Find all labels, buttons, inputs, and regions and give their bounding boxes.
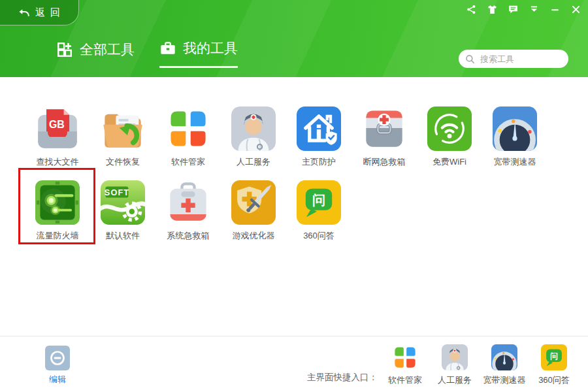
app-window: 返回 全部工具 我的工具 查找大 (0, 0, 588, 392)
tool-manual-service[interactable]: 人工服务 (221, 106, 286, 168)
folder-restore-arrow-icon (101, 106, 145, 151)
shortcut-broadband-speedtest[interactable]: 宽带测速器 (480, 344, 529, 386)
tshirt-theme-icon[interactable] (487, 4, 498, 15)
tool-label: 宽带测速器 (494, 156, 536, 168)
back-button-label: 返回 (35, 7, 65, 19)
tool-label: 流量防火墙 (37, 230, 79, 242)
edit-label: 编辑 (49, 374, 66, 385)
gb-page-drawer-icon (35, 106, 80, 151)
tool-label: 免费WiFi (433, 156, 466, 168)
tool-file-recovery[interactable]: 文件恢复 (90, 106, 155, 168)
quick-entry-label: 主界面快捷入口： (307, 372, 378, 384)
tool-label: 系统急救箱 (167, 230, 210, 242)
search-icon (465, 54, 475, 64)
feedback-message-icon[interactable] (508, 4, 519, 15)
shortcut-manual-service[interactable]: 人工服务 (430, 344, 480, 386)
tool-label: 主页防护 (302, 156, 336, 168)
edit-button[interactable]: 编辑 (45, 346, 70, 385)
speedometer-gauge-icon (493, 106, 537, 151)
shortcut-label: 360问答 (538, 374, 570, 386)
shortcut-360-qa[interactable]: 360问答 (529, 344, 579, 386)
tool-label: 默认软件 (106, 230, 140, 242)
tab-bar: 全部工具 我的工具 (56, 39, 238, 68)
close-icon[interactable] (570, 4, 581, 15)
minimize-icon[interactable] (549, 4, 561, 15)
question-bubble-icon (297, 180, 341, 225)
tool-broadband-speedtest[interactable]: 宽带测速器 (482, 106, 547, 168)
share-icon[interactable] (466, 4, 477, 15)
speedometer-gauge-icon (491, 344, 517, 370)
shortcut-software-manager[interactable]: 软件管家 (380, 344, 430, 386)
tool-360-qa[interactable]: 360问答 (286, 180, 351, 242)
quick-entry-group: 主界面快捷入口： 软件管家 人工服务 宽带测速器 360问答 (307, 344, 579, 386)
question-bubble-icon (541, 344, 567, 370)
doctor-avatar-icon (231, 106, 276, 151)
header-bar: 返回 全部工具 我的工具 (0, 0, 588, 77)
firstaid-case-red-stripe-icon (166, 180, 210, 225)
four-petal-pinwheel-icon (392, 344, 418, 370)
footer-bar: 编辑 主界面快捷入口： 软件管家 人工服务 宽带测速器 360问答 (0, 336, 588, 392)
tool-label: 断网急救箱 (363, 156, 406, 168)
wifi-signal-icon (427, 106, 472, 151)
tool-network-firstaid[interactable]: 断网急救箱 (351, 106, 417, 168)
tool-software-manager[interactable]: 软件管家 (155, 106, 221, 168)
back-arrow-icon (18, 7, 31, 19)
tool-grid-row-1: 查找大文件 文件恢复 软件管家 人工服务 主页防护 断网急救箱 免费WiFi (25, 106, 547, 168)
soft-gear-wave-icon (101, 180, 145, 225)
firewall-sliders-icon (35, 180, 80, 225)
briefcase-icon (159, 40, 176, 57)
shortcut-label: 人工服务 (438, 374, 472, 386)
tool-label: 软件管家 (171, 156, 205, 168)
tool-default-software[interactable]: 默认软件 (90, 180, 155, 242)
tab-all-tools[interactable]: 全部工具 (56, 39, 135, 68)
search-box[interactable] (459, 50, 568, 68)
tool-label: 360问答 (303, 230, 335, 242)
tool-homepage-protection[interactable]: 主页防护 (286, 106, 351, 168)
tool-traffic-firewall[interactable]: 流量防火墙 (25, 180, 90, 242)
tool-label: 游戏优化器 (233, 230, 275, 242)
tool-system-firstaid[interactable]: 系统急救箱 (155, 180, 221, 242)
four-petal-pinwheel-icon (166, 106, 210, 151)
tool-game-optimizer[interactable]: 游戏优化器 (221, 180, 286, 242)
tool-label: 文件恢复 (106, 156, 140, 168)
tab-all-tools-label: 全部工具 (80, 41, 135, 59)
tab-my-tools[interactable]: 我的工具 (159, 39, 238, 68)
back-button[interactable]: 返回 (0, 0, 79, 25)
grid-plus-icon (56, 41, 73, 58)
search-input[interactable] (479, 54, 562, 65)
tool-label: 查找大文件 (37, 156, 79, 168)
tool-find-large-files[interactable]: 查找大文件 (25, 106, 90, 168)
doctor-avatar-icon (442, 344, 468, 370)
shortcut-label: 软件管家 (388, 374, 422, 386)
dropdown-icon[interactable] (529, 4, 540, 15)
firstaid-case-icon (362, 106, 406, 151)
titlebar-icons (466, 4, 581, 15)
circle-minus-icon (45, 346, 70, 370)
house-shield-icon (297, 106, 341, 151)
tool-label: 人工服务 (237, 156, 270, 168)
shield-sword-icon (231, 180, 276, 225)
tab-my-tools-label: 我的工具 (183, 39, 238, 57)
tool-free-wifi[interactable]: 免费WiFi (417, 106, 482, 168)
tool-grid-row-2: 流量防火墙 默认软件 系统急救箱 游戏优化器 360问答 (25, 180, 351, 242)
shortcut-label: 宽带测速器 (483, 374, 526, 386)
